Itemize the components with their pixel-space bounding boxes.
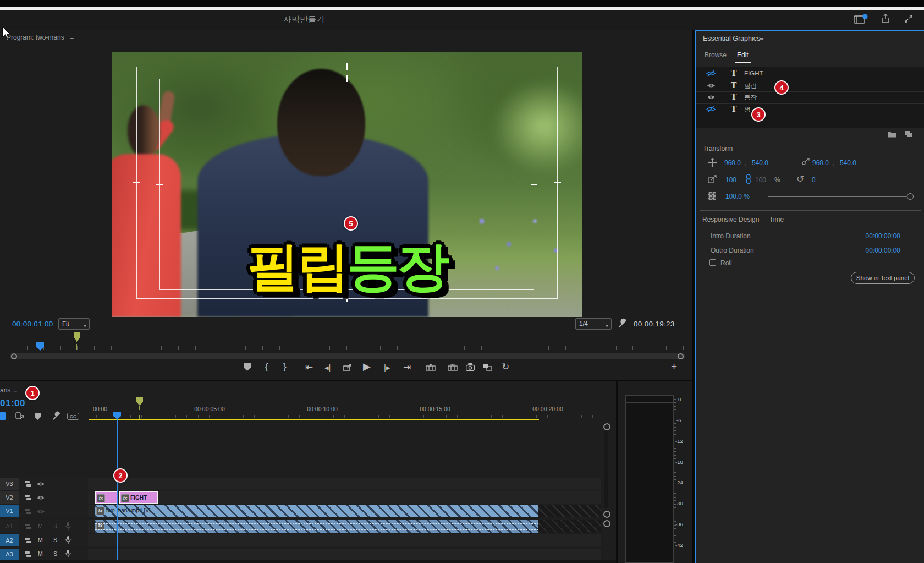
workspace-switcher-icon[interactable] [854, 14, 868, 25]
eg-panel-menu-icon[interactable]: ≡ [760, 34, 764, 42]
export-frame-camera-button[interactable] [466, 363, 475, 371]
nest-toggle-icon[interactable] [0, 412, 6, 420]
eye-icon[interactable] [707, 94, 716, 100]
scale-value[interactable]: 100 [725, 176, 736, 184]
work-area-bar[interactable] [89, 419, 539, 420]
timeline-vertical-scrollbar[interactable] [604, 431, 608, 508]
program-scrollbar[interactable] [10, 353, 685, 359]
intro-duration-value[interactable]: 00:00:00:00 [833, 232, 900, 240]
scrollbar-handle-left[interactable] [11, 353, 17, 359]
audio-clip-two-mans[interactable]: fx [95, 520, 538, 533]
new-folder-icon[interactable] [887, 130, 897, 138]
program-ruler-ticks[interactable] [10, 343, 684, 350]
playback-resolution-select[interactable]: 1/4 ▾ [575, 318, 612, 330]
program-timecode[interactable]: 00:00:01:00 [12, 320, 53, 328]
track-target-a1[interactable]: A1 [0, 520, 19, 533]
show-in-text-panel-button[interactable]: Show in Text panel [851, 272, 915, 284]
sync-lock-icon[interactable] [24, 508, 32, 515]
graphic-clip-small[interactable]: fx [95, 491, 118, 504]
opacity-value[interactable]: 100.0 % [725, 193, 750, 200]
mute-button[interactable]: M [38, 523, 43, 529]
extract-button[interactable] [448, 364, 458, 371]
layer-row-saem[interactable]: T 샘 [696, 103, 924, 116]
track-lane-a2[interactable] [88, 534, 601, 546]
mute-button[interactable]: M [38, 550, 43, 557]
linked-selection-icon[interactable] [15, 412, 24, 420]
track-target-a3[interactable]: A3 [0, 549, 19, 560]
timeline-settings-wrench-icon[interactable] [52, 411, 62, 421]
step-back-button[interactable]: ◂| [324, 363, 331, 373]
zoom-level-select[interactable]: Fit ▾ [58, 318, 90, 330]
fullscreen-icon[interactable] [903, 13, 914, 24]
timeline-playhead-line[interactable] [117, 414, 118, 560]
track-lane-a3[interactable] [88, 549, 601, 560]
graphic-clip-fight[interactable]: fx FIGHT [119, 491, 158, 504]
tab-browse[interactable]: Browse [705, 51, 727, 59]
play-button[interactable]: ▶ [363, 360, 371, 373]
rotation-value[interactable]: 0 [812, 176, 816, 184]
track-target-v1[interactable]: V1 [0, 505, 19, 517]
track-output-eye-icon[interactable] [36, 495, 45, 501]
timeline-add-marker-icon[interactable] [35, 413, 41, 420]
eye-slash-icon[interactable] [706, 70, 716, 77]
opacity-slider-track[interactable] [768, 196, 910, 197]
position-y-value[interactable]: 540.0 [752, 159, 768, 167]
eye-slash-icon[interactable] [706, 106, 716, 113]
track-target-v2[interactable]: V2 [0, 491, 19, 504]
share-icon[interactable] [880, 13, 891, 24]
sync-lock-icon[interactable] [24, 551, 32, 557]
anchor-y-value[interactable]: 540.0 [840, 159, 856, 167]
track-output-eye-icon[interactable] [36, 481, 45, 487]
fx-badge[interactable]: fx [121, 494, 129, 502]
go-to-in-button[interactable]: ⇤ [305, 362, 313, 373]
track-lane-v3[interactable] [88, 478, 601, 490]
layer-row-pillip[interactable]: T 필립 [696, 80, 924, 92]
solo-button[interactable]: S [53, 537, 57, 543]
voiceover-mic-icon[interactable] [65, 536, 71, 544]
eye-icon[interactable] [707, 83, 716, 89]
roll-checkbox[interactable] [710, 259, 716, 266]
layer-row-fight[interactable]: T FIGHT [696, 68, 924, 80]
mark-in-button[interactable]: { [265, 362, 268, 373]
timeline-zoom-handle[interactable] [603, 423, 610, 430]
timeline-panel-menu-icon[interactable]: ≡ [13, 386, 18, 394]
program-marker-olive[interactable] [74, 332, 80, 341]
track-height-handle[interactable] [603, 520, 610, 527]
sync-lock-icon[interactable] [24, 494, 32, 501]
sync-lock-icon[interactable] [24, 537, 32, 544]
program-panel-menu-icon[interactable]: ≡ [70, 33, 74, 41]
track-output-eye-icon[interactable] [36, 509, 45, 515]
link-scale-icon[interactable] [746, 174, 751, 184]
mark-out-button[interactable]: } [283, 362, 287, 373]
opacity-slider-handle[interactable] [907, 193, 914, 200]
track-target-a2[interactable]: A2 [0, 534, 19, 546]
lift-button[interactable] [426, 364, 436, 371]
play-in-to-out-button[interactable] [343, 363, 352, 371]
button-editor-plus-button[interactable]: + [671, 360, 677, 373]
subtitle-text[interactable]: 필립등장 [112, 240, 582, 293]
sync-lock-icon[interactable] [24, 480, 32, 487]
anchor-x-value[interactable]: 960.0 [812, 159, 829, 167]
fx-badge[interactable]: fx [96, 507, 105, 515]
tab-edit[interactable]: Edit [737, 51, 749, 59]
layer-row-deungjang[interactable]: T 등장 [696, 91, 924, 104]
go-to-out-button[interactable]: ⇥ [403, 362, 411, 373]
step-forward-button[interactable]: |▸ [384, 363, 390, 373]
timeline-ruler-ticks[interactable] [89, 413, 601, 418]
mute-button[interactable]: M [38, 537, 43, 543]
fx-badge[interactable]: fx [97, 494, 105, 502]
new-layer-icon[interactable] [905, 130, 912, 138]
add-marker-button[interactable] [244, 363, 251, 371]
captions-cc-icon[interactable]: CC [67, 413, 79, 420]
position-x-value[interactable]: 960.0 [724, 159, 741, 167]
settings-wrench-icon[interactable] [617, 318, 628, 329]
solo-button[interactable]: S [53, 550, 57, 557]
voiceover-mic-icon[interactable] [65, 550, 71, 558]
track-target-v3[interactable]: V3 [0, 478, 19, 490]
comparison-view-button[interactable] [482, 363, 492, 371]
sync-lock-icon[interactable] [24, 523, 32, 530]
track-lane-v2[interactable] [88, 491, 601, 504]
loop-button[interactable]: ↻ [502, 361, 509, 373]
track-height-handle[interactable] [603, 511, 610, 518]
outro-duration-value[interactable]: 00:00:00:00 [833, 247, 900, 254]
